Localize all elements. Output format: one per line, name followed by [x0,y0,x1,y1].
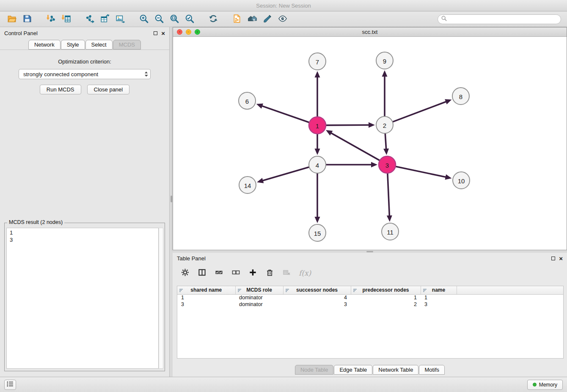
edge-3-1[interactable] [330,133,380,161]
gear-button[interactable] [179,267,191,279]
edge-2-8[interactable] [392,102,446,122]
vertical-splitter[interactable] [170,27,173,377]
import-network-button[interactable] [43,13,58,25]
splitter-handle[interactable] [366,251,373,252]
cell-shared-name[interactable]: 3 [177,301,235,308]
search-input[interactable] [449,16,557,22]
cell-filler [457,301,563,308]
network-window-titlebar[interactable]: × − + scc.txt [173,28,567,37]
add-button[interactable] [246,267,259,279]
cell-name[interactable]: 3 [421,301,457,308]
close-panel-button[interactable]: Close panel [87,85,130,94]
eye-button[interactable] [275,13,290,25]
import-table-button[interactable] [58,13,74,25]
zoom-out-icon [154,14,164,25]
select-all-button[interactable] [212,267,225,279]
panel-list-button[interactable] [4,380,16,390]
edge-2-3[interactable] [385,133,386,149]
list-icon [7,381,14,388]
maximize-window-icon[interactable]: + [195,29,200,35]
sort-icon[interactable] [423,288,427,294]
cell-successor-nodes[interactable]: 3 [283,301,351,308]
node-label-4: 4 [316,162,319,169]
sort-icon[interactable] [285,288,289,294]
column-header-name[interactable]: name [421,286,457,294]
sort-icon[interactable] [179,288,183,294]
sort-icon[interactable] [237,288,242,294]
delete-table-button[interactable] [280,267,293,279]
deselect-all-button[interactable] [229,267,242,279]
node-label-14: 14 [244,182,251,189]
table-row[interactable]: 3dominator323 [177,301,563,308]
search-box[interactable] [438,14,561,24]
function-builder-icon[interactable]: f(x) [297,269,311,277]
refresh-button[interactable] [206,13,221,25]
table-row[interactable]: 1dominator411 [177,294,563,301]
mcds-result-text[interactable]: 1 3 [6,228,159,369]
zoom-selected-button[interactable] [182,13,197,25]
float-panel-icon[interactable] [154,31,157,35]
columns-icon [198,268,206,278]
cell-predecessor-nodes[interactable]: 1 [351,294,421,301]
refresh-icon [209,14,218,25]
control-panel: Control Panel × NetworkStyleSelectMCDS O… [0,27,170,377]
export-table-button[interactable] [97,13,113,25]
cell-mcds-role[interactable]: dominator [235,294,283,301]
optimization-label: Optimization criterion: [0,58,169,65]
tab-network[interactable]: Network [28,40,61,50]
optimization-select[interactable]: strongly connected component [19,69,151,79]
edge-4-14[interactable] [262,167,310,181]
close-window-icon[interactable]: × [177,29,182,35]
tab-style[interactable]: Style [61,40,85,50]
cell-name[interactable]: 1 [421,294,457,301]
edge-1-6[interactable] [261,106,310,123]
window-title: Session: New Session [256,3,311,9]
cell-mcds-role[interactable]: dominator [235,301,283,308]
edge-3-10[interactable] [395,166,446,177]
edge-1-2[interactable] [325,125,369,125]
close-panel-icon[interactable]: × [161,30,165,36]
homes-button[interactable] [245,13,260,25]
zoom-out-button[interactable] [151,13,167,25]
node-label-2: 2 [383,122,386,129]
export-network-button[interactable] [82,13,97,25]
tab-select[interactable]: Select [85,40,113,50]
save-button[interactable] [19,13,35,25]
folder-open-button[interactable] [4,13,19,25]
tab-network-table[interactable]: Network Table [373,365,418,375]
columns-button[interactable] [195,267,208,279]
result-scrollbar[interactable] [159,228,163,369]
memory-button[interactable]: Memory [527,380,563,390]
network-graph-canvas[interactable]: 7968124314101511 [173,37,567,250]
cell-successor-nodes[interactable]: 4 [283,294,351,301]
zoom-in-button[interactable] [136,13,151,25]
zoom-in-icon [139,14,149,25]
tab-mcds[interactable]: MCDS [113,40,141,50]
splitter-handle[interactable] [171,196,172,202]
table-panel-title: Table Panel [177,255,206,262]
zoom-fit-button[interactable] [167,13,182,25]
document-network-button[interactable] [229,13,245,25]
float-panel-icon[interactable] [551,257,555,260]
cell-predecessor-nodes[interactable]: 2 [351,301,421,308]
sort-icon[interactable] [353,288,357,294]
edge-3-11[interactable] [388,172,390,216]
network-window-title: scc.txt [362,29,378,35]
edge-arrowhead-icon [315,149,320,155]
column-header-predecessor-nodes[interactable]: predecessor nodes [351,286,421,294]
run-mcds-button[interactable]: Run MCDS [40,85,81,94]
tab-node-table[interactable]: Node Table [295,365,334,375]
export-image-button[interactable] [113,13,128,25]
cell-shared-name[interactable]: 1 [177,294,235,301]
column-header-shared-name[interactable]: shared name [177,286,235,294]
node-label-9: 9 [383,58,386,65]
trash-button[interactable] [263,267,276,279]
column-header-mcds-role[interactable]: MCDS role [235,286,283,294]
tab-motifs[interactable]: Motifs [419,365,445,375]
close-panel-icon[interactable]: × [559,255,563,262]
column-header-successor-nodes[interactable]: successor nodes [283,286,351,294]
tab-edge-table[interactable]: Edge Table [334,365,372,375]
minimize-window-icon[interactable]: − [186,29,191,35]
brush-button[interactable] [260,13,275,25]
zoom-fit-icon [170,14,179,25]
